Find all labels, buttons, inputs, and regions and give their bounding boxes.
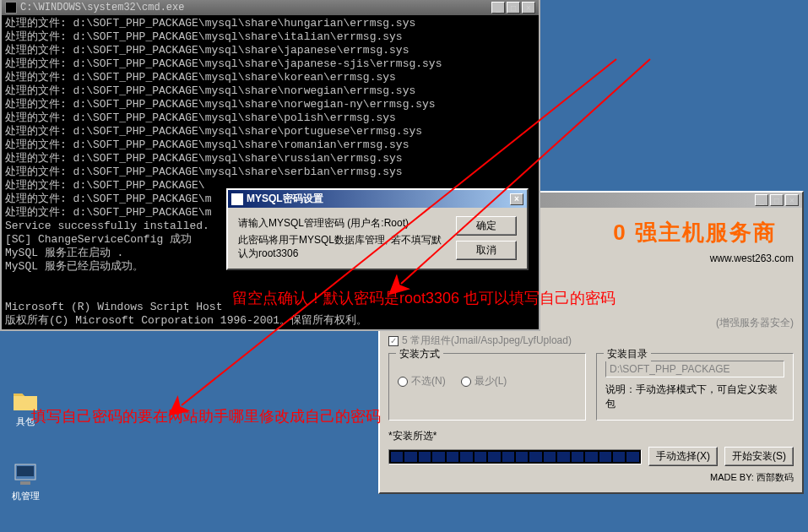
console-titlebar[interactable]: C:\WINDOWS\system32\cmd.exe _ □ × — [2, 0, 539, 15]
folder-icon — [12, 387, 39, 414]
cmd-icon — [5, 2, 17, 14]
install-dir-group: 安装目录 D:\SOFT_PHP_PACKAGE 说明：手动选择模式下，可自定义… — [596, 353, 794, 421]
dialog-message: 请输入MYSQL管理密码 (用户名:Root) 此密码将用于MYSQL数据库管理… — [238, 216, 449, 260]
maximize-icon[interactable]: □ — [770, 194, 784, 206]
annotation-2: 填写自己密码的要在网站助手哪里修改成自己的密码 — [31, 406, 381, 426]
maximize-icon[interactable]: □ — [507, 2, 520, 14]
checkbox-label: 5 常用组件(Jmail/AspJpeg/LyfUpload) — [402, 334, 572, 348]
install-dir-field[interactable]: D:\SOFT_PHP_PACKAGE — [605, 361, 784, 377]
manual-select-button[interactable]: 手动选择(X) — [648, 447, 718, 466]
checkbox-icon: ✓ — [388, 336, 399, 346]
progress-bar — [388, 449, 642, 464]
computer-icon — [12, 461, 39, 488]
group-legend: 安装方式 — [396, 347, 443, 361]
dialog-title-text: MYSQL密码设置 — [247, 192, 508, 206]
component-checkbox[interactable]: ✓ 5 常用组件(Jmail/AspJpeg/LyfUpload) — [388, 334, 572, 348]
console-title-text: C:\WINDOWS\system32\cmd.exe — [20, 2, 490, 14]
close-icon[interactable]: × — [510, 193, 523, 205]
install-mode-group: 安装方式 不选(N) 最少(L) — [388, 353, 586, 421]
group-legend: 安装目录 — [604, 347, 651, 361]
banner-sub-right: www.west263.com — [710, 252, 794, 267]
minimize-icon[interactable]: _ — [755, 194, 768, 206]
close-icon[interactable]: × — [785, 194, 799, 206]
console-output: 处理的文件: d:\SOFT_PHP_PACKAGE\mysql\share\h… — [2, 15, 539, 329]
install-dir-desc: 说明：手动选择模式下，可自定义安装包 — [605, 383, 784, 411]
cancel-button[interactable]: 取消 — [456, 241, 517, 260]
dialog-titlebar[interactable]: MYSQL密码设置 × — [228, 190, 527, 208]
close-icon[interactable]: × — [522, 2, 535, 14]
svg-rect-1 — [17, 466, 34, 476]
mysql-password-dialog: MYSQL密码设置 × 请输入MYSQL管理密码 (用户名:Root) 此密码将… — [226, 188, 529, 270]
desktop-icon-manage[interactable]: 机管理 — [0, 461, 51, 502]
desktop-icon-label: 具包 — [0, 415, 51, 428]
dialog-line2: 此密码将用于MYSQL数据库管理, 若不填写默认为root3306 — [238, 233, 449, 260]
start-install-button[interactable]: 开始安装(S) — [724, 447, 794, 466]
desktop-icon-toolpack[interactable]: 具包 — [0, 387, 51, 428]
minimize-icon[interactable]: _ — [491, 2, 505, 14]
installer-footer: MADE BY: 西部数码 — [388, 471, 794, 484]
radio-min[interactable]: 最少(L) — [461, 374, 507, 388]
desktop-icon-label: 机管理 — [0, 490, 51, 502]
progress-label: *安装所选* — [388, 429, 794, 443]
dialog-icon — [231, 193, 243, 205]
console-window: C:\WINDOWS\system32\cmd.exe _ □ × 处理的文件:… — [0, 0, 540, 331]
dialog-line1: 请输入MYSQL管理密码 (用户名:Root) — [238, 216, 449, 230]
svg-rect-2 — [20, 481, 30, 485]
radio-none[interactable]: 不选(N) — [398, 374, 446, 388]
ok-button[interactable]: 确定 — [456, 216, 517, 236]
